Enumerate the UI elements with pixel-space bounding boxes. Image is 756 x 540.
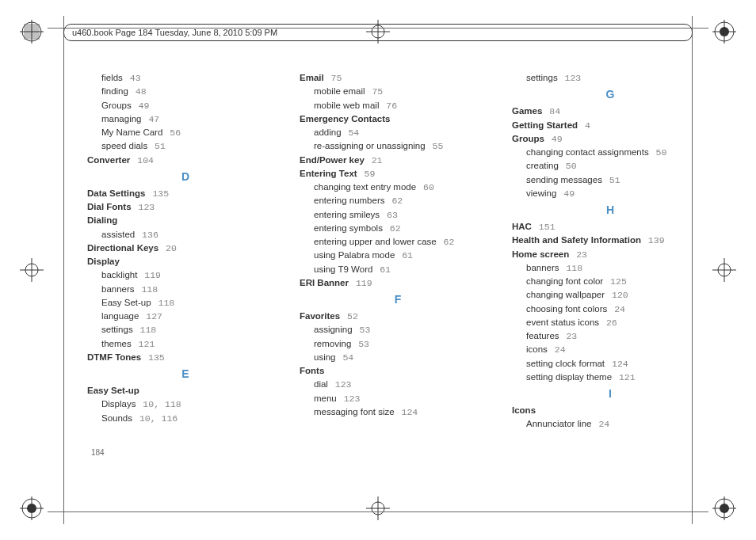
index-term: backlight: [101, 270, 137, 280]
index-term: finding: [101, 86, 128, 96]
index-entry: sending messages 51: [526, 173, 708, 187]
index-entry: creating 50: [526, 159, 708, 173]
index-page: 123: [330, 379, 352, 390]
index-page: 62: [387, 196, 403, 206]
index-entry: changing text entry mode 60: [314, 181, 496, 194]
index-entry: speed dials 51: [101, 139, 284, 153]
index-term: entering numbers: [314, 196, 385, 205]
index-entry: removing 53: [314, 337, 496, 351]
index-page: 51: [604, 175, 620, 185]
crop-mark-icon: [708, 492, 740, 524]
index-page: 118: [136, 284, 158, 295]
index-term: Directional Keys: [87, 243, 158, 253]
index-page: 104: [132, 155, 154, 165]
index-entry: assisted 136: [101, 228, 284, 241]
index-entry: Favorites 52: [300, 310, 496, 323]
index-term: Getting Started: [512, 120, 578, 130]
index-term: Data Settings: [87, 188, 146, 198]
index-entry: Sounds 10, 116: [101, 412, 284, 425]
index-term: Home screen: [512, 249, 569, 259]
index-entry: Display: [87, 255, 284, 268]
index-entry: Health and Safety Information 139: [512, 234, 708, 247]
index-entry: adding 54: [314, 126, 496, 139]
index-page: 23: [561, 331, 578, 341]
index-entry: re-assigning or unassigning 55: [314, 139, 496, 153]
index-term: mobile web mail: [314, 101, 379, 110]
index-page: 24: [549, 344, 566, 355]
index-page: 124: [396, 407, 418, 417]
index-term: choosing font colors: [526, 304, 607, 314]
index-page: 26: [601, 318, 617, 328]
index-page: 60: [418, 182, 434, 192]
index-entry: changing font color 125: [526, 275, 708, 288]
index-page: 136: [136, 230, 158, 240]
index-section-letter: E: [87, 366, 284, 382]
index-entry: setting clock format 124: [526, 357, 708, 371]
index-term: Converter: [87, 155, 130, 165]
index-term: entering upper and lower case: [314, 237, 437, 246]
index-term: setting display theme: [526, 372, 612, 382]
index-page: 55: [427, 141, 444, 151]
index-page: 21: [366, 155, 383, 165]
index-term: sending messages: [526, 175, 602, 184]
index-term: changing font color: [526, 276, 603, 286]
index-term: assisted: [101, 230, 135, 239]
index-page: 123: [133, 202, 155, 212]
index-page: 62: [438, 237, 455, 247]
index-term: ERI Banner: [300, 278, 349, 287]
index-term: features: [526, 331, 559, 340]
index-page: 52: [342, 311, 358, 321]
index-page: 119: [350, 278, 372, 288]
index-term: DTMF Tones: [87, 352, 141, 362]
reg-line: [63, 16, 64, 524]
index-page: 49: [558, 188, 575, 199]
index-page: 139: [643, 235, 665, 245]
index-term: changing wallpaper: [526, 290, 605, 299]
index-section-letter: I: [512, 386, 708, 402]
index-term: using Palabra mode: [314, 250, 395, 260]
index-term: icons: [526, 344, 548, 354]
index-entry: using T9 Word 61: [314, 263, 496, 276]
index-entry: settings 118: [101, 323, 284, 337]
index-page: 123: [338, 394, 361, 404]
index-entry: entering numbers 62: [314, 194, 496, 207]
index-entry: setting display theme 121: [526, 371, 708, 384]
index-term: banners: [101, 284, 135, 294]
index-entry: Data Settings 135: [87, 187, 284, 200]
index-term: entering smileys: [314, 210, 380, 219]
svg-point-6: [720, 27, 729, 36]
index-entry: Displays 10, 118: [101, 397, 284, 411]
index-page: 75: [367, 86, 384, 97]
index-entry: entering symbols 62: [314, 222, 496, 235]
index-entry: changing wallpaper 120: [526, 288, 708, 302]
index-term: speed dials: [101, 141, 147, 150]
index-entry: features 23: [526, 329, 708, 343]
index-entry: HAC 151: [512, 220, 708, 234]
index-entry: language 127: [101, 310, 284, 323]
index-page: 54: [343, 127, 360, 138]
index-page: 121: [133, 339, 155, 349]
index-entry: using Palabra mode 61: [314, 249, 496, 262]
index-page: 59: [359, 169, 376, 179]
index-term: event status icons: [526, 318, 599, 327]
index-term: removing: [314, 339, 351, 348]
index-term: assigning: [314, 325, 353, 334]
index-term: banners: [526, 263, 559, 272]
index-page: 51: [149, 141, 166, 151]
index-section-letter: F: [300, 291, 496, 308]
crop-mark-icon: [16, 492, 48, 524]
index-entry: Dial Fonts 123: [87, 200, 284, 214]
index-page: 125: [605, 276, 627, 287]
index-entry: event status icons 26: [526, 316, 708, 329]
index-term: themes: [101, 339, 132, 348]
index-page: 54: [338, 352, 354, 363]
index-page: 47: [143, 114, 160, 124]
index-page: 48: [130, 86, 147, 97]
crop-mark-icon: [362, 492, 394, 524]
index-entry: ERI Banner 119: [300, 276, 496, 290]
index-entry: Converter 104: [87, 154, 284, 167]
index-page: 124: [606, 359, 628, 369]
crop-mark-icon: [708, 254, 740, 286]
page-header: u460.book Page 184 Tuesday, June 8, 2010…: [63, 24, 693, 41]
index-entry: Fonts: [300, 364, 496, 378]
